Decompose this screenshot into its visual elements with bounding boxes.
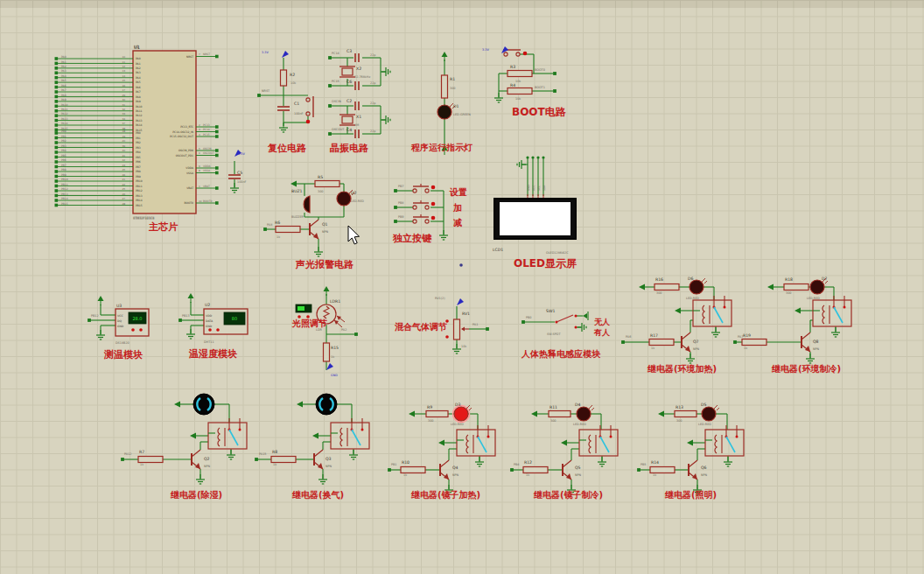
component-value: LED-RED bbox=[686, 297, 699, 300]
mcu-pin-name: PB2 bbox=[136, 141, 141, 144]
relay[interactable] bbox=[693, 296, 732, 326]
terminal-arrow-icon bbox=[767, 284, 774, 290]
led[interactable] bbox=[702, 405, 719, 421]
resistor[interactable] bbox=[138, 457, 163, 463]
control-dot[interactable] bbox=[139, 328, 143, 332]
motor[interactable] bbox=[193, 394, 214, 415]
button-actuator-dot[interactable] bbox=[431, 216, 436, 220]
pin-number: 41 bbox=[122, 154, 125, 158]
component-ref: R2 bbox=[290, 73, 295, 77]
resistor[interactable] bbox=[281, 70, 287, 86]
resistor[interactable] bbox=[649, 340, 674, 346]
module-pin-label: GND bbox=[117, 325, 124, 328]
resistor[interactable] bbox=[426, 411, 448, 417]
relay[interactable] bbox=[579, 425, 618, 456]
npn-transistor[interactable] bbox=[682, 332, 690, 352]
control-dot[interactable] bbox=[208, 328, 212, 332]
ground-symbol bbox=[831, 327, 840, 337]
push-button[interactable] bbox=[413, 200, 435, 209]
component-ref: R16 bbox=[655, 277, 663, 282]
section-title: 继电器(环境制冷) bbox=[771, 364, 841, 374]
switch-terminal bbox=[504, 52, 508, 56]
resistor[interactable] bbox=[315, 181, 340, 187]
net-label: BOOT0 bbox=[203, 200, 213, 203]
led-ray bbox=[704, 281, 707, 284]
resistor[interactable] bbox=[742, 340, 766, 346]
component-ref: SW1 bbox=[546, 309, 555, 313]
npn-transistor[interactable] bbox=[310, 220, 318, 239]
component-value: 1k bbox=[276, 235, 280, 239]
component-value: NPN bbox=[204, 465, 211, 468]
resistor[interactable] bbox=[784, 284, 808, 290]
ground-symbol bbox=[382, 116, 390, 124]
resistor[interactable] bbox=[675, 411, 696, 417]
component-value: NPN bbox=[701, 473, 708, 477]
ground-symbol bbox=[724, 457, 732, 466]
component-ref: D3 bbox=[455, 402, 461, 407]
resistor[interactable] bbox=[401, 467, 425, 473]
push-button[interactable] bbox=[413, 214, 435, 223]
resistor[interactable] bbox=[549, 411, 570, 417]
section-title: 测温模块 bbox=[103, 349, 143, 360]
mcu-pin-name: VBAT bbox=[186, 186, 193, 190]
reset-button[interactable] bbox=[306, 96, 313, 123]
net-terminal bbox=[328, 132, 332, 136]
boot-switch[interactable] bbox=[503, 50, 527, 56]
relay[interactable] bbox=[331, 418, 369, 449]
npn-transistor[interactable] bbox=[440, 460, 449, 480]
resistor[interactable] bbox=[508, 71, 532, 77]
component-value: DHT11 bbox=[204, 340, 214, 344]
component-ref: U2 bbox=[205, 303, 210, 307]
buzzer[interactable] bbox=[304, 195, 310, 213]
net-label: PC14 bbox=[203, 128, 210, 131]
crystal[interactable] bbox=[342, 116, 353, 123]
resistor[interactable] bbox=[442, 75, 448, 98]
component-ref: LCD1 bbox=[493, 248, 503, 252]
relay[interactable] bbox=[457, 425, 495, 456]
npn-transistor[interactable] bbox=[314, 450, 323, 469]
control-dot[interactable] bbox=[216, 328, 220, 332]
led[interactable] bbox=[438, 103, 455, 119]
resistor[interactable] bbox=[271, 457, 296, 463]
wire-node bbox=[536, 156, 539, 158]
resistor[interactable] bbox=[654, 284, 679, 290]
net-terminal bbox=[733, 340, 737, 344]
resistor[interactable] bbox=[324, 343, 330, 361]
net-terminal bbox=[394, 220, 397, 223]
resistor[interactable] bbox=[508, 88, 532, 94]
npn-transistor[interactable] bbox=[689, 460, 697, 480]
npn-transistor[interactable] bbox=[563, 460, 571, 480]
control-dot[interactable] bbox=[445, 335, 449, 339]
button-actuator-dot[interactable] bbox=[431, 186, 436, 190]
net-label: PA9 bbox=[61, 98, 66, 102]
led[interactable] bbox=[453, 405, 472, 423]
led[interactable] bbox=[577, 405, 594, 421]
relay[interactable] bbox=[813, 296, 851, 326]
relay[interactable] bbox=[208, 418, 247, 449]
control-dot[interactable] bbox=[131, 328, 135, 332]
crystal[interactable] bbox=[342, 68, 353, 75]
resistor[interactable] bbox=[276, 227, 300, 233]
push-button[interactable] bbox=[413, 184, 435, 192]
relay[interactable] bbox=[705, 425, 744, 456]
resistor[interactable] bbox=[523, 467, 548, 473]
switch-actuator-dot[interactable] bbox=[523, 52, 528, 56]
component-value: 10k bbox=[515, 97, 521, 101]
npn-transistor[interactable] bbox=[192, 450, 200, 469]
component-ref: C1 bbox=[294, 102, 299, 106]
ground-symbol bbox=[475, 457, 484, 466]
button-actuator-dot[interactable] bbox=[431, 202, 436, 206]
button-actuator-dot[interactable] bbox=[306, 120, 311, 124]
npn-transistor[interactable] bbox=[802, 332, 810, 352]
component-value: LED-RED bbox=[451, 423, 464, 426]
net-label: PB7 bbox=[398, 185, 404, 188]
motor[interactable] bbox=[316, 394, 337, 415]
net-label: PB13 bbox=[61, 192, 68, 196]
potentiometer[interactable] bbox=[454, 319, 460, 340]
proteus-schematic-canvas[interactable]: VCCDQGNDVDDDATAGND28.080GNDVCCSCLSDAPA01… bbox=[0, 0, 924, 574]
relay-coil bbox=[340, 428, 342, 446]
component-ref: R12 bbox=[524, 460, 532, 465]
resistor[interactable] bbox=[650, 467, 675, 473]
component-ref: C6 bbox=[346, 80, 352, 84]
ground-symbol bbox=[517, 160, 526, 169]
